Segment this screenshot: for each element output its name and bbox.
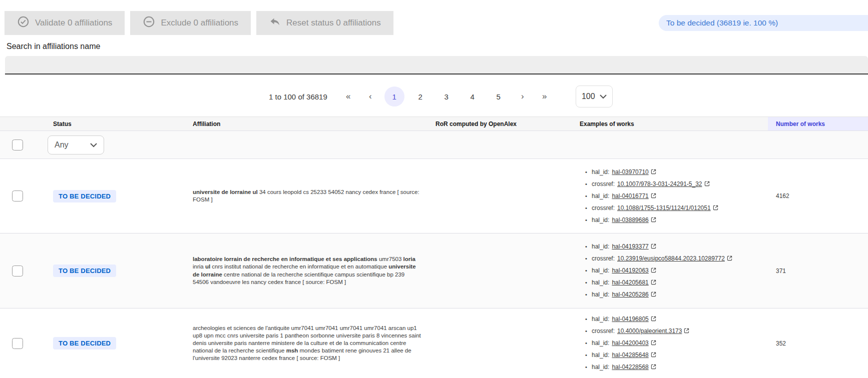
work-link[interactable]: hal-04193377 — [612, 243, 648, 250]
chevron-down-icon — [90, 140, 97, 150]
work-item: crossref:10.23919/eusipco58844.2023.1028… — [592, 255, 768, 262]
external-link-icon — [651, 268, 656, 274]
select-all-checkbox[interactable] — [12, 140, 23, 150]
work-item: hal_id:hal-04205681 — [592, 279, 768, 286]
filter-row: Any — [0, 131, 868, 159]
work-item: crossref:10.1088/1755-1315/1124/1/012051 — [592, 204, 768, 212]
work-link[interactable]: hal-04200403 — [612, 340, 648, 346]
work-item: hal_id:hal-04228568 — [592, 364, 768, 371]
table-header-row: Status Affiliation RoR computed by OpenA… — [0, 117, 868, 131]
work-item: hal_id:hal-04196805 — [592, 316, 768, 323]
work-link[interactable]: hal-04205286 — [612, 291, 648, 298]
external-link-icon — [704, 181, 710, 188]
examples-of-works: hal_id:hal-04193377 crossref:10.23919/eu… — [572, 238, 768, 303]
affiliation-text: archeologies et sciences de l'antiquite … — [185, 324, 427, 362]
examples-of-works: hal_id:hal-04196805 crossref:10.4000/pal… — [572, 311, 768, 376]
work-item: hal_id:hal-04285648 — [592, 352, 768, 359]
action-toolbar: Validate 0 affiliations Exclude 0 affili… — [0, 11, 868, 35]
work-item: hal_id:hal-04016771 — [592, 192, 768, 200]
work-link[interactable]: 10.23919/eusipco58844.2023.10289772 — [617, 255, 725, 262]
chevron-down-icon — [600, 92, 607, 101]
external-link-icon — [651, 244, 656, 250]
check-circle-icon — [17, 16, 30, 30]
header-examples: Examples of works — [572, 120, 768, 128]
previous-page-button[interactable]: ‹ — [359, 86, 381, 108]
minus-circle-icon — [143, 16, 155, 30]
table-row: TO BE DECIDED archeologies et sciences d… — [0, 308, 868, 378]
status-badge: TO BE DECIDED — [53, 190, 116, 202]
work-item: hal_id:hal-04193377 — [592, 243, 768, 250]
work-item: crossref:10.1007/978-3-031-24291-5_32 — [592, 180, 768, 188]
work-link[interactable]: 10.4000/paleorient.3173 — [617, 328, 682, 334]
number-of-works-value: 352 — [768, 340, 868, 347]
next-page-button[interactable]: › — [512, 86, 534, 108]
exclude-affiliations-button[interactable]: Exclude 0 affiliations — [130, 11, 251, 35]
work-item: hal_id:hal-04200403 — [592, 340, 768, 347]
affiliations-table: Status Affiliation RoR computed by OpenA… — [0, 116, 868, 378]
work-link[interactable]: hal-04228568 — [612, 364, 648, 370]
external-link-icon — [651, 352, 656, 359]
work-link[interactable]: 10.1088/1755-1315/1124/1/012051 — [617, 204, 711, 212]
table-row: TO BE DECIDED laboratoire lorrain de rec… — [0, 234, 868, 308]
work-link[interactable]: hal-04016771 — [612, 192, 648, 200]
work-link[interactable]: hal-04285648 — [612, 352, 648, 358]
work-link[interactable]: hal-04205681 — [612, 279, 648, 286]
affiliation-text: laboratoire lorrain de recherche en info… — [185, 256, 427, 286]
validate-button-label: Validate 0 affiliations — [35, 18, 112, 28]
search-label: Search in affiliations name — [7, 42, 868, 51]
external-link-icon — [651, 292, 656, 298]
header-number-of-works[interactable]: Number of works — [768, 117, 868, 130]
per-page-select[interactable]: 100 — [576, 86, 613, 108]
last-page-button[interactable]: » — [534, 86, 556, 108]
external-link-icon — [651, 340, 656, 347]
external-link-icon — [651, 193, 656, 200]
header-status: Status — [45, 120, 185, 128]
external-link-icon — [651, 364, 656, 371]
work-item: crossref:10.4000/paleorient.3173 — [592, 328, 768, 335]
search-input[interactable] — [5, 56, 868, 74]
summary-badge-label: To be decided (36819 ie. 100 %) — [666, 18, 778, 28]
page-button-3[interactable]: 3 — [437, 86, 457, 106]
affiliation-text: universite de lorraine ul 34 cours leopo… — [185, 188, 427, 204]
first-page-button[interactable]: « — [337, 86, 359, 108]
validate-affiliations-button[interactable]: Validate 0 affiliations — [5, 11, 125, 35]
row-checkbox[interactable] — [12, 266, 23, 276]
work-item: hal_id:hal-03889686 — [592, 216, 768, 224]
page-button-4[interactable]: 4 — [463, 86, 483, 106]
work-link[interactable]: hal-03970710 — [612, 168, 648, 176]
work-link[interactable]: 10.1007/978-3-031-24291-5_32 — [617, 180, 702, 188]
external-link-icon — [651, 217, 656, 224]
status-badge: TO BE DECIDED — [53, 337, 116, 350]
number-of-works-value: 4162 — [768, 192, 868, 200]
page-button-1[interactable]: 1 — [384, 86, 404, 106]
work-link[interactable]: hal-04196805 — [612, 316, 648, 322]
exclude-button-label: Exclude 0 affiliations — [161, 18, 238, 28]
status-filter-value: Any — [55, 140, 69, 150]
to-be-decided-summary-badge: To be decided (36819 ie. 100 %) — [659, 15, 868, 31]
external-link-icon — [684, 328, 689, 335]
examples-of-works: hal_id:hal-03970710 crossref:10.1007/978… — [572, 164, 768, 228]
status-badge: TO BE DECIDED — [53, 264, 116, 277]
page-button-5[interactable]: 5 — [489, 86, 509, 106]
reply-arrow-icon — [269, 16, 281, 30]
header-affiliation: Affiliation — [185, 120, 427, 128]
work-item: hal_id:hal-04192063 — [592, 267, 768, 274]
status-filter-select[interactable]: Any — [48, 136, 104, 154]
external-link-icon — [651, 169, 656, 176]
reset-status-button[interactable]: Reset status 0 affiliations — [256, 11, 393, 35]
pagination-bar: 1 to 100 of 36819 « ‹ 1 2 3 4 5 › » 100 — [0, 86, 868, 108]
work-link[interactable]: hal-04192063 — [612, 267, 648, 274]
page-button-2[interactable]: 2 — [410, 86, 430, 106]
row-checkbox[interactable] — [12, 190, 23, 202]
work-item: hal_id:hal-03970710 — [592, 168, 768, 176]
work-link[interactable]: hal-03889686 — [612, 216, 648, 224]
table-row: TO BE DECIDED universite de lorraine ul … — [0, 159, 868, 234]
header-ror: RoR computed by OpenAlex — [427, 120, 572, 128]
external-link-icon — [651, 280, 656, 286]
external-link-icon — [713, 205, 718, 212]
external-link-icon — [727, 256, 732, 262]
work-item: hal_id:hal-04205286 — [592, 291, 768, 298]
reset-button-label: Reset status 0 affiliations — [286, 18, 381, 28]
row-checkbox[interactable] — [12, 338, 23, 349]
per-page-value: 100 — [582, 92, 595, 101]
